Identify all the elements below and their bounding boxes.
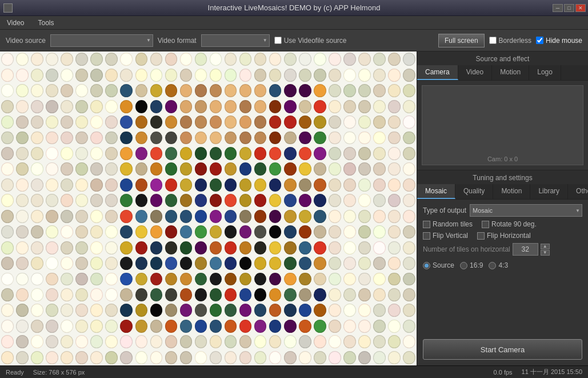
mosaic-cell — [223, 51, 238, 67]
mosaic-cell — [327, 177, 342, 193]
mosaic-cell — [283, 98, 298, 114]
mosaic-grid — [0, 51, 417, 365]
mosaic-cell — [209, 161, 223, 177]
mosaic-cell — [253, 224, 268, 240]
mosaic-cell — [89, 287, 104, 303]
mosaic-cell — [74, 240, 89, 255]
mosaic-cell — [45, 130, 59, 145]
random-tiles-label[interactable]: Random tiles — [423, 220, 473, 228]
source-radio-source[interactable]: Source — [423, 261, 454, 269]
tab-logo[interactable]: Logo — [529, 65, 561, 80]
tuning-section: Tuning and settings Mosaic Quality Motio… — [417, 170, 588, 365]
maximize-button[interactable]: □ — [564, 4, 574, 12]
mosaic-cell — [45, 209, 59, 224]
mosaic-cell — [223, 83, 238, 98]
start-camera-button[interactable]: Start Camera — [423, 339, 582, 360]
mosaic-cell — [313, 240, 327, 255]
mosaic-cell — [238, 51, 253, 67]
tab-motion-tuning[interactable]: Motion — [493, 184, 530, 199]
flip-vertical-label[interactable]: Flip Vertical — [423, 232, 468, 240]
tab-camera[interactable]: Camera — [417, 65, 458, 80]
mosaic-cell — [327, 256, 342, 271]
mosaic-cell — [74, 209, 89, 224]
video-format-select[interactable] — [201, 34, 270, 47]
mosaic-cell — [30, 209, 45, 224]
video-source-select[interactable] — [50, 34, 153, 47]
mosaic-cell — [313, 224, 327, 240]
tab-video[interactable]: Video — [458, 65, 492, 80]
mosaic-cell — [15, 177, 30, 193]
mosaic-cell — [45, 319, 59, 334]
mosaic-cell — [238, 334, 253, 349]
tiles-increment[interactable]: ▲ — [541, 244, 550, 249]
tiles-label: Number of tiles on horizontal — [423, 245, 510, 253]
use-videofile-checkbox[interactable] — [274, 37, 282, 44]
mosaic-cell — [0, 130, 15, 145]
source-radio-16-9[interactable]: 16:9 — [460, 261, 483, 269]
close-button[interactable]: ✕ — [575, 4, 586, 12]
mosaic-cell — [223, 303, 238, 318]
mosaic-cell — [59, 256, 74, 271]
mosaic-cell — [59, 161, 74, 177]
mosaic-cell — [89, 67, 104, 82]
minimize-button[interactable]: ─ — [553, 4, 563, 12]
mosaic-cell — [223, 271, 238, 287]
mosaic-cell — [402, 240, 417, 255]
mosaic-cell — [193, 67, 208, 82]
mosaic-cell — [15, 209, 30, 224]
mosaic-cell — [104, 224, 119, 240]
mosaic-cell — [372, 350, 387, 365]
flip-horizontal-label[interactable]: Flip Horizontal — [477, 232, 531, 240]
mosaic-cell — [268, 224, 283, 240]
hide-mouse-label[interactable]: Hide mouse — [536, 37, 582, 45]
mosaic-cell — [238, 256, 253, 271]
mosaic-cell — [268, 193, 283, 208]
mosaic-cell — [0, 161, 15, 177]
type-of-output-row: Type of output Mosaic Grid Blend — [423, 204, 582, 217]
tab-others[interactable]: Others — [568, 184, 588, 199]
source-radio-4-3[interactable]: 4:3 — [489, 261, 508, 269]
tiles-spinbox[interactable] — [513, 243, 538, 256]
mosaic-cell — [30, 224, 45, 240]
mosaic-cell — [149, 303, 163, 318]
mosaic-cell — [89, 114, 104, 130]
mosaic-cell — [372, 224, 387, 240]
mosaic-cell — [372, 177, 387, 193]
mosaic-cell — [74, 83, 89, 98]
random-tiles-checkbox[interactable] — [423, 221, 430, 228]
tab-quality[interactable]: Quality — [455, 184, 493, 199]
mosaic-cell — [283, 334, 298, 349]
mosaic-cell — [134, 114, 149, 130]
cam-label: Cam: 0 x 0 — [487, 153, 518, 165]
mosaic-cell — [178, 161, 193, 177]
mosaic-cell — [402, 161, 417, 177]
flip-vertical-checkbox[interactable] — [423, 232, 430, 240]
rotate-90-checkbox[interactable] — [482, 221, 489, 228]
mosaic-cell — [59, 334, 74, 349]
mosaic-cell — [342, 240, 357, 255]
mosaic-cell — [59, 51, 74, 67]
mosaic-cell — [134, 240, 149, 255]
borderless-checkbox[interactable] — [489, 37, 497, 44]
tiles-decrement[interactable]: ▼ — [541, 250, 550, 256]
fullscreen-button[interactable]: Full screen — [438, 34, 485, 47]
tab-motion[interactable]: Motion — [492, 65, 529, 80]
mosaic-cell — [89, 303, 104, 318]
menu-tools[interactable]: Tools — [35, 18, 56, 28]
tab-library[interactable]: Library — [530, 184, 568, 199]
mosaic-cell — [209, 334, 223, 349]
mosaic-cell — [342, 130, 357, 145]
tab-mosaic[interactable]: Mosaic — [417, 184, 455, 199]
mosaic-cell — [149, 114, 163, 130]
mosaic-cell — [0, 51, 15, 67]
flip-horizontal-checkbox[interactable] — [477, 232, 485, 240]
rotate-90-label[interactable]: Rotate 90 deg. — [482, 220, 537, 228]
use-videofile-label[interactable]: Use Videofile source — [274, 37, 347, 45]
mosaic-cell — [253, 130, 268, 145]
borderless-label[interactable]: Borderless — [489, 37, 531, 45]
mosaic-cell — [59, 287, 74, 303]
menu-video[interactable]: Video — [5, 18, 26, 28]
mosaic-cell — [372, 130, 387, 145]
hide-mouse-checkbox[interactable] — [536, 37, 543, 44]
type-of-output-select[interactable]: Mosaic Grid Blend — [470, 204, 582, 217]
